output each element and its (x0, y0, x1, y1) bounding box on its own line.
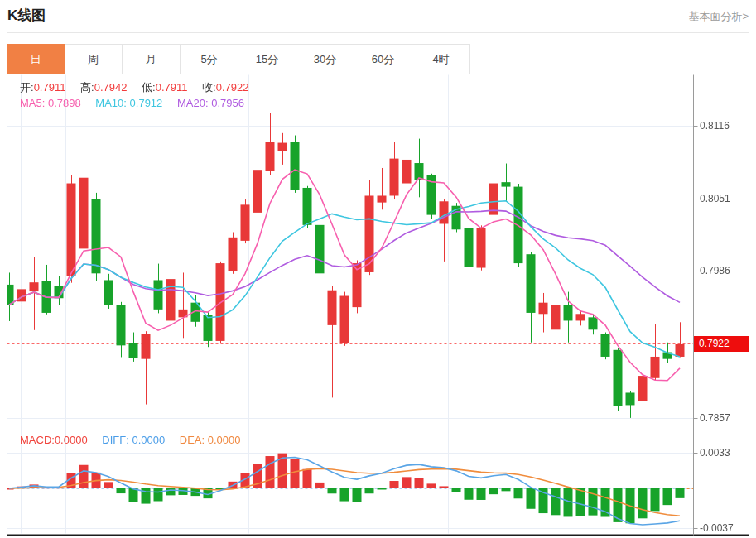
tab-day[interactable]: 日 (7, 44, 65, 74)
open-readout: 开:0.7911 (20, 81, 65, 94)
close-readout: 收:0.7922 (202, 81, 248, 94)
kline-chart-canvas[interactable] (7, 74, 749, 537)
price-axis-tick: 0.7986 (700, 264, 730, 277)
diff-readout: DIFF: 0.0000 (102, 434, 165, 446)
tab-4hour[interactable]: 4时 (412, 44, 470, 74)
macd-readout: MACD:0.0000 (20, 434, 88, 446)
price-axis-tick: 0.8116 (700, 119, 730, 132)
tab-30min[interactable]: 30分 (296, 44, 354, 74)
price-axis-tick: 0.7857 (700, 411, 730, 425)
tab-week[interactable]: 周 (65, 44, 123, 74)
macd-axis-tick: -0.0037 (700, 521, 734, 535)
ma10-readout: MA10: 0.7912 (95, 97, 162, 109)
dea-readout: DEA: 0.0000 (180, 434, 241, 446)
tab-5min[interactable]: 5分 (181, 44, 238, 74)
macd-legend: MACD:0.0000 DIFF: 0.0000 DEA: 0.0000 (20, 434, 253, 446)
ma20-readout: MA20: 0.7956 (177, 97, 244, 109)
ma-legend: MA5: 0.7898 MA10: 0.7912 MA20: 0.7956 (20, 97, 256, 109)
ma5-readout: MA5: 0.7898 (20, 97, 81, 109)
page-title: K线图 (7, 6, 46, 25)
ohlc-legend: 开:0.7911 高:0.7942 低:0.7911 收:0.7922 (20, 80, 261, 95)
tab-60min[interactable]: 60分 (354, 44, 412, 74)
price-axis-tick: 0.8051 (700, 192, 730, 205)
tab-month[interactable]: 月 (123, 44, 181, 74)
high-readout: 高:0.7942 (80, 81, 127, 94)
tab-15min[interactable]: 15分 (238, 44, 296, 74)
kline-page: { "header": { "title": "K线图", "analysis_… (0, 0, 756, 538)
title-divider (7, 32, 749, 33)
fundamental-analysis-link[interactable]: 基本面分析> (688, 9, 749, 24)
current-price-badge: 0.7922 (694, 336, 749, 352)
timeframe-tabs: 日 周 月 5分 15分 30分 60分 4时 (7, 44, 470, 74)
macd-axis-tick: 0.0033 (700, 446, 730, 459)
low-readout: 低:0.7911 (142, 81, 187, 94)
